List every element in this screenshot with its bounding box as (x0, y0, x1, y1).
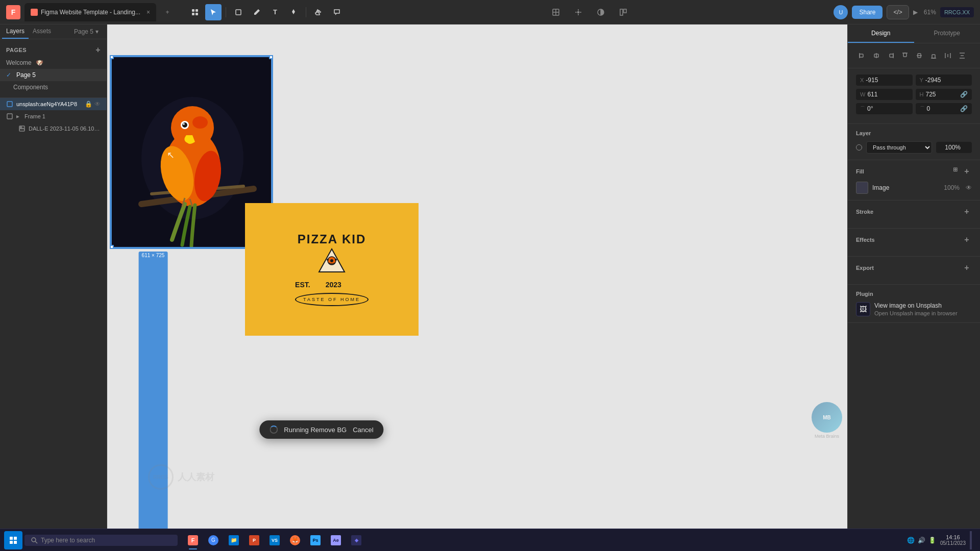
tool-separator-1 (226, 7, 226, 17)
battery-icon[interactable]: 🔋 (928, 537, 936, 544)
canvas-area[interactable]: ↖ 611 × 725 Frame 1 PIZZA KID (107, 24, 847, 551)
page-active-check: ✓ (6, 71, 11, 79)
corner-input[interactable] (927, 105, 959, 112)
inspect-icon[interactable] (616, 5, 630, 19)
w-input[interactable] (867, 91, 908, 98)
opacity-input[interactable] (940, 144, 961, 151)
lock-corner-btn[interactable]: 🔗 (960, 105, 968, 112)
play-button[interactable]: ▶ (913, 9, 918, 16)
lock-ratio-btn[interactable]: 🔗 (960, 91, 968, 98)
menu-tool[interactable] (187, 4, 203, 20)
effects-label: Effects (856, 237, 875, 243)
hand-tool[interactable] (310, 4, 327, 20)
comment-tool[interactable] (329, 4, 345, 20)
taskbar-app-powerpoint[interactable]: P (245, 531, 263, 549)
volume-icon[interactable]: 🔊 (918, 537, 925, 544)
tab-prototype[interactable]: Prototype (914, 24, 981, 43)
eye-icon[interactable]: 👁 (94, 101, 101, 108)
constraints-icon[interactable] (549, 5, 563, 19)
show-desktop-btn[interactable] (970, 531, 972, 549)
remove-bg-cancel-btn[interactable]: Cancel (353, 426, 373, 434)
x-input[interactable] (866, 77, 908, 84)
corner-icon: ⌒ (920, 105, 925, 112)
taskbar-clock[interactable]: 14:16 05/11/2023 (940, 534, 966, 546)
tab-design[interactable]: Design (848, 24, 914, 43)
opacity-wrap[interactable] (936, 142, 972, 153)
corner-input-wrap[interactable]: ⌒ 🔗 (916, 103, 972, 114)
y-input-wrap[interactable]: Y (916, 74, 972, 86)
code-view-button[interactable]: </> (887, 5, 909, 19)
layer-item-frame1[interactable]: ▸ Frame 1 (0, 110, 107, 122)
taskbar-search[interactable]: Type here to search (24, 535, 178, 546)
fill-eye-btn[interactable]: 👁 (966, 184, 972, 191)
angle-input-wrap[interactable]: ⌒ (856, 103, 913, 114)
pen-tool[interactable] (249, 4, 265, 20)
w-input-wrap[interactable]: W (856, 89, 913, 100)
frame-tool[interactable] (230, 4, 247, 20)
plugin-name[interactable]: View image on Unsplash (874, 302, 958, 309)
network-icon[interactable]: 🌐 (907, 537, 915, 544)
meta-brains-watermark: MB Meta Brains (812, 402, 842, 439)
select-tool[interactable] (205, 4, 222, 20)
add-effect-btn[interactable]: + (962, 235, 972, 245)
add-stroke-btn[interactable]: + (962, 207, 972, 217)
x-input-wrap[interactable]: X (856, 74, 913, 86)
taskbar-app-firefox[interactable]: 🦊 (286, 531, 304, 549)
align-top-btn[interactable] (899, 49, 911, 62)
blend-mode-select[interactable]: Pass through (866, 141, 932, 154)
page-item-page5[interactable]: ✓ Page 5 (0, 69, 107, 81)
add-fill-btn[interactable]: + (962, 166, 972, 177)
distribute-h-btn[interactable] (942, 49, 954, 62)
add-export-btn[interactable]: + (962, 263, 972, 273)
taskbar-app-figma2[interactable]: ◈ (347, 531, 365, 549)
taskbar-app-browser[interactable]: G (204, 531, 223, 549)
taskbar-app-figma[interactable]: F (184, 531, 202, 549)
tab-layers[interactable]: Layers (2, 24, 29, 39)
grid-icon[interactable] (571, 5, 585, 19)
user-avatar[interactable]: U (834, 5, 848, 19)
canvas-background: ↖ 611 × 725 Frame 1 PIZZA KID (107, 24, 847, 551)
fill-opacity[interactable]: 100% (944, 184, 960, 191)
layer-item-unsplash[interactable]: unsplash:aeNg4YA41P8 🔒 👁 (0, 98, 107, 110)
lock-icon[interactable]: 🔒 (85, 101, 92, 108)
taskbar-app-explorer[interactable]: 📁 (225, 531, 243, 549)
start-button[interactable] (4, 531, 22, 549)
page-item-components[interactable]: Components (0, 81, 107, 93)
taskbar-search-icon (31, 537, 38, 544)
align-bottom-btn[interactable] (927, 49, 940, 62)
add-page-btn[interactable]: + (95, 45, 101, 55)
page-item-welcome[interactable]: Welcome 🐶 (0, 57, 107, 69)
h-input-wrap[interactable]: H 🔗 (916, 89, 972, 100)
browser-tab-active[interactable]: Figma Website Template - Landing... × (24, 3, 156, 21)
y-input[interactable] (925, 77, 968, 84)
zoom-level[interactable]: 61% (924, 9, 936, 16)
taskbar-app-vscode[interactable]: VS (265, 531, 284, 549)
tab-close-btn[interactable]: × (146, 9, 150, 16)
stroke-header: Stroke + (856, 207, 972, 217)
frame1-chevron[interactable]: ▸ (16, 113, 19, 120)
component-tool[interactable] (285, 4, 302, 20)
fill-swatch[interactable] (856, 182, 868, 194)
h-input[interactable] (925, 91, 956, 98)
page-selector[interactable]: Page 5 ▾ (68, 25, 105, 38)
tab-assets[interactable]: Assets (29, 24, 55, 39)
taskbar-app-photoshop[interactable]: Ps (306, 531, 325, 549)
layer-item-dalle[interactable]: DALL-E 2023-11-05 06.10.01 - ... (0, 122, 107, 135)
angle-input[interactable] (867, 105, 909, 112)
taskbar-app-ae[interactable]: Ae (327, 531, 345, 549)
share-button[interactable]: Share (852, 6, 883, 19)
text-tool[interactable]: T (267, 4, 283, 20)
contrast-icon[interactable] (594, 5, 608, 19)
y-label: Y (920, 77, 923, 83)
align-left-btn[interactable] (856, 49, 868, 62)
new-tab-btn[interactable]: + (160, 5, 175, 19)
figma-logo[interactable]: F (6, 5, 20, 19)
align-middle-btn[interactable] (913, 49, 925, 62)
left-panel: Layers Assets Page 5 ▾ Pages + Welcome 🐶… (0, 24, 107, 551)
distribute-v-btn[interactable] (956, 49, 968, 62)
align-center-h-btn[interactable] (870, 49, 883, 62)
svg-point-37 (327, 259, 329, 261)
fill-grid-icon[interactable]: ⊞ (953, 166, 958, 177)
frame-pizza[interactable]: PIZZA KID EST. 2023 (245, 203, 419, 336)
align-right-btn[interactable] (885, 49, 897, 62)
